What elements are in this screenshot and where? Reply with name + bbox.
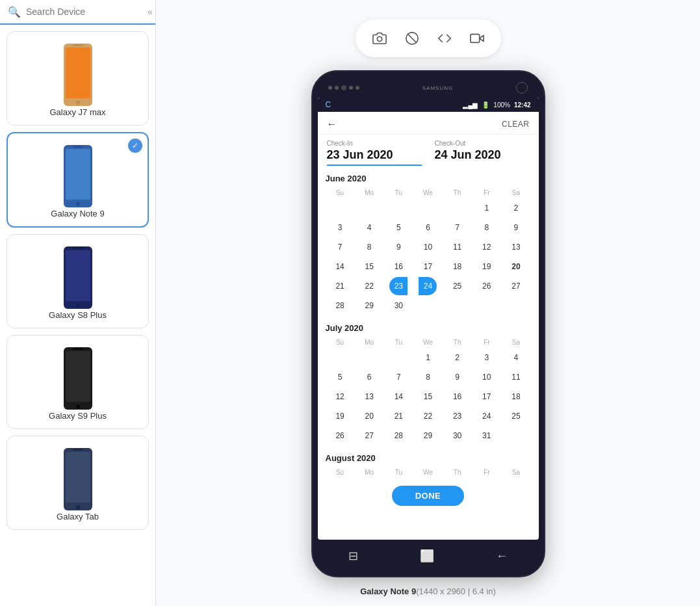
svg-rect-9 xyxy=(66,250,90,301)
jul-3[interactable]: 3 xyxy=(478,349,496,367)
day-10[interactable]: 10 xyxy=(419,238,437,256)
day-16[interactable]: 16 xyxy=(389,257,408,276)
jul-24[interactable]: 24 xyxy=(478,407,496,425)
dot2 xyxy=(335,86,339,90)
day-27[interactable]: 27 xyxy=(507,277,525,295)
dot4 xyxy=(356,86,359,90)
jul-28[interactable]: 28 xyxy=(389,427,408,445)
day-19[interactable]: 19 xyxy=(478,257,496,276)
day-29[interactable]: 29 xyxy=(360,296,378,315)
checkout-column[interactable]: Check-Out 24 Jun 2020 xyxy=(435,140,530,166)
jul-4[interactable]: 4 xyxy=(507,349,525,367)
jul-14[interactable]: 14 xyxy=(389,388,408,406)
block-button[interactable] xyxy=(398,25,426,52)
toolbar xyxy=(356,20,501,57)
day-22[interactable]: 22 xyxy=(360,277,378,295)
jul-1[interactable]: 1 xyxy=(419,349,437,367)
nav-menu-icon[interactable]: ⊟ xyxy=(348,549,358,563)
day-7[interactable]: 7 xyxy=(448,218,467,237)
notch-dots xyxy=(328,85,359,90)
aug-fr: Fr xyxy=(472,467,501,478)
header-su: Su xyxy=(326,187,355,198)
jul-26[interactable]: 26 xyxy=(331,427,349,445)
jul-23[interactable]: 23 xyxy=(448,407,467,425)
video-button[interactable] xyxy=(463,25,491,52)
jul-5[interactable]: 5 xyxy=(331,368,349,386)
day-25[interactable]: 25 xyxy=(448,277,467,295)
svg-line-22 xyxy=(408,34,416,43)
day-8b[interactable]: 8 xyxy=(360,238,378,256)
header-tu: Tu xyxy=(384,187,413,198)
jul-9[interactable]: 9 xyxy=(448,368,467,386)
jul-31[interactable]: 31 xyxy=(478,427,496,445)
day-1[interactable]: 1 xyxy=(478,199,496,217)
jul-12[interactable]: 12 xyxy=(331,388,349,406)
day-9[interactable]: 9 xyxy=(507,218,525,237)
day-empty xyxy=(448,199,467,217)
jul-18[interactable]: 18 xyxy=(507,388,525,406)
camera-button[interactable] xyxy=(366,25,393,52)
day-17[interactable]: 17 xyxy=(419,257,437,276)
day-9b[interactable]: 9 xyxy=(389,238,408,256)
collapse-button[interactable]: « xyxy=(145,5,155,18)
day-5[interactable]: 5 xyxy=(389,218,408,237)
jul-11[interactable]: 11 xyxy=(507,368,525,386)
device-card-s9plus[interactable]: Galaxy S9 Plus xyxy=(6,335,149,429)
day-28[interactable]: 28 xyxy=(331,296,349,315)
jul-10[interactable]: 10 xyxy=(478,368,496,386)
device-card-tab[interactable]: Galaxy Tab xyxy=(6,436,149,530)
day-15[interactable]: 15 xyxy=(360,257,378,276)
jul-17[interactable]: 17 xyxy=(478,388,496,406)
device-card-note9[interactable]: ✓Galaxy Note 9 xyxy=(6,132,149,228)
jul-27[interactable]: 27 xyxy=(360,427,378,445)
jul-29[interactable]: 29 xyxy=(419,427,437,445)
day-2[interactable]: 2 xyxy=(507,199,525,217)
search-input[interactable] xyxy=(26,7,140,17)
day-11[interactable]: 11 xyxy=(448,238,467,256)
jul-6[interactable]: 6 xyxy=(360,368,378,386)
day-18[interactable]: 18 xyxy=(448,257,467,276)
device-frame: SAMSUNG C ▂▄▆ 🔋 100% 12:42 ← CLEAR xyxy=(311,70,545,577)
nav-home-icon[interactable]: ⬜ xyxy=(420,549,434,563)
day-3[interactable]: 3 xyxy=(331,218,349,237)
jul-mo: Mo xyxy=(355,337,384,348)
day-6[interactable]: 6 xyxy=(419,218,437,237)
checkin-date: 23 Jun 2020 xyxy=(327,148,422,166)
device-card-j7max[interactable]: Galaxy J7 max xyxy=(6,31,149,125)
day-20[interactable]: 20 xyxy=(507,257,525,276)
jul-7[interactable]: 7 xyxy=(389,368,408,386)
aug-su: Su xyxy=(326,467,355,478)
clear-button[interactable]: CLEAR xyxy=(502,120,530,129)
day-14[interactable]: 14 xyxy=(331,257,349,276)
day-30[interactable]: 30 xyxy=(389,296,408,315)
day-4[interactable]: 4 xyxy=(360,218,378,237)
nav-back-icon[interactable]: ← xyxy=(496,549,508,563)
jul-16[interactable]: 16 xyxy=(448,388,467,406)
back-button[interactable]: ← xyxy=(327,118,337,130)
checkin-column[interactable]: Check-In 23 Jun 2020 xyxy=(327,140,422,166)
day-7b[interactable]: 7 xyxy=(331,238,349,256)
day-8[interactable]: 8 xyxy=(478,218,496,237)
jul-2[interactable]: 2 xyxy=(448,349,467,367)
day-13[interactable]: 13 xyxy=(507,238,525,256)
device-card-s8plus[interactable]: Galaxy S8 Plus xyxy=(6,234,149,328)
jul-20[interactable]: 20 xyxy=(360,407,378,425)
jul-19[interactable]: 19 xyxy=(331,407,349,425)
device-name-label: Galaxy S9 Plus xyxy=(49,411,107,421)
jul-15[interactable]: 15 xyxy=(419,388,437,406)
day-24-selected[interactable]: 24 xyxy=(419,277,437,295)
jul-25[interactable]: 25 xyxy=(507,407,525,425)
day-26[interactable]: 26 xyxy=(478,277,496,295)
jul-22[interactable]: 22 xyxy=(419,407,437,425)
main-content: SAMSUNG C ▂▄▆ 🔋 100% 12:42 ← CLEAR xyxy=(156,0,700,606)
jul-21[interactable]: 21 xyxy=(389,407,408,425)
day-23-selected[interactable]: 23 xyxy=(389,277,408,295)
done-button[interactable]: DONE xyxy=(392,486,465,506)
jul-30[interactable]: 30 xyxy=(448,427,467,445)
code-button[interactable] xyxy=(431,25,458,52)
day-12[interactable]: 12 xyxy=(478,238,496,256)
jul-8[interactable]: 8 xyxy=(419,368,437,386)
day-empty xyxy=(331,199,349,217)
jul-13[interactable]: 13 xyxy=(360,388,378,406)
day-21[interactable]: 21 xyxy=(331,277,349,295)
